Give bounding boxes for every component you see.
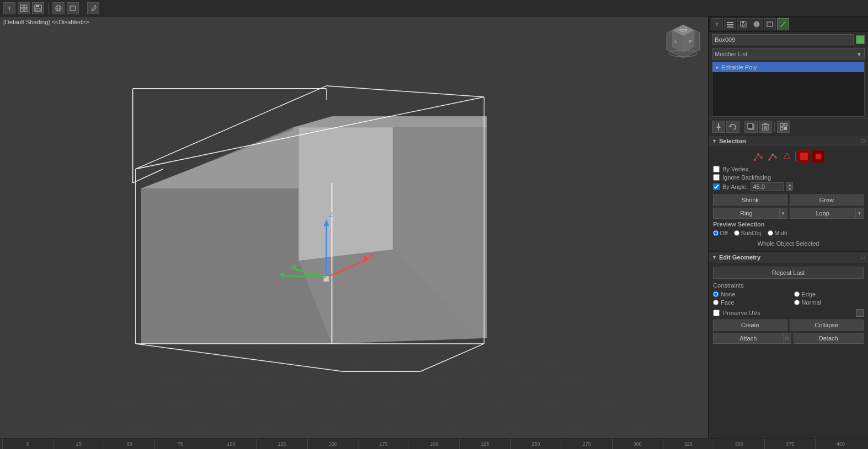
svg-marker-44 bbox=[299, 127, 393, 261]
plus-icon-panel[interactable]: + bbox=[711, 18, 723, 30]
sphere-icon[interactable] bbox=[52, 2, 65, 14]
preview-off-radio[interactable] bbox=[713, 230, 719, 236]
by-vertex-checkbox[interactable] bbox=[713, 166, 720, 172]
svg-rect-3 bbox=[24, 9, 27, 12]
attach-arrow-btn[interactable]: □ bbox=[784, 333, 791, 344]
wrench-icon[interactable] bbox=[87, 2, 99, 14]
nav-cube[interactable]: TOP L F bbox=[664, 22, 703, 61]
svg-point-108 bbox=[769, 159, 770, 161]
sphere-tab-icon[interactable] bbox=[751, 18, 763, 30]
preview-multi-radio[interactable] bbox=[768, 230, 773, 236]
constraint-edge-radio[interactable] bbox=[794, 291, 800, 297]
settings-icon-btn[interactable] bbox=[777, 121, 790, 133]
svg-text:TOP: TOP bbox=[679, 29, 688, 33]
ruler-mark-0: 0 bbox=[2, 439, 53, 449]
panel-tool-icons bbox=[709, 118, 868, 135]
svg-rect-0 bbox=[20, 5, 23, 8]
border-mode-btn[interactable] bbox=[781, 150, 793, 163]
shrink-grow-row: Shrink Grow bbox=[713, 194, 864, 205]
repeat-last-btn[interactable]: Repeat Last bbox=[713, 267, 864, 279]
loop-btn[interactable]: Loop bbox=[790, 208, 856, 219]
poly-mode-btn[interactable] bbox=[798, 150, 810, 163]
svg-rect-78 bbox=[727, 22, 733, 23]
rect-tab-icon[interactable] bbox=[764, 18, 776, 30]
preview-subobj-option: SubObj bbox=[734, 230, 761, 236]
selection-section-header[interactable]: ▼ Selection □ bbox=[709, 135, 868, 147]
collapse-btn[interactable]: Collapse bbox=[790, 320, 864, 331]
ignore-backfacing-checkbox[interactable] bbox=[713, 174, 720, 181]
save-tab-icon[interactable] bbox=[737, 18, 749, 30]
edge-mode-btn[interactable] bbox=[767, 150, 779, 163]
ruler-mark-150: 150 bbox=[307, 439, 358, 449]
ruler-mark-400: 400 bbox=[815, 439, 866, 449]
svg-text:F: F bbox=[689, 40, 692, 44]
angle-down-btn[interactable]: ▼ bbox=[786, 187, 793, 191]
save-icon[interactable] bbox=[32, 2, 44, 14]
angle-up-btn[interactable]: ▲ bbox=[786, 182, 793, 187]
loop-arrow-btn[interactable]: ▼ bbox=[856, 208, 864, 219]
constraint-face-radio[interactable] bbox=[713, 300, 719, 305]
preview-subobj-radio[interactable] bbox=[734, 230, 740, 236]
undo-icon-btn[interactable] bbox=[726, 121, 740, 133]
selection-modes-row bbox=[713, 150, 864, 163]
svg-text:X: X bbox=[369, 252, 374, 259]
main-content: [Default Shading] <<Disabled>> bbox=[0, 17, 868, 438]
by-angle-row: By Angle: ▲ ▼ bbox=[713, 182, 864, 191]
delete-icon-btn[interactable] bbox=[759, 121, 772, 133]
svg-point-109 bbox=[772, 154, 774, 155]
create-collapse-row: Create Collapse bbox=[713, 320, 864, 331]
preserve-uvs-checkbox[interactable] bbox=[713, 310, 720, 316]
object-name-row bbox=[709, 32, 868, 47]
constraint-face-option: Face bbox=[713, 299, 783, 306]
ruler-mark-375: 375 bbox=[764, 439, 815, 449]
view-tab-icon[interactable] bbox=[724, 18, 736, 30]
svg-point-103 bbox=[754, 159, 756, 161]
shrink-btn[interactable]: Shrink bbox=[713, 194, 787, 205]
ring-btn[interactable]: Ring bbox=[713, 208, 780, 219]
ruler-mark-200: 200 bbox=[409, 439, 459, 449]
object-color-swatch[interactable] bbox=[856, 35, 865, 44]
wrench-tab-icon[interactable] bbox=[777, 18, 789, 30]
object-name-input[interactable] bbox=[712, 34, 854, 45]
by-angle-checkbox[interactable] bbox=[713, 183, 720, 190]
view-icon[interactable] bbox=[18, 2, 30, 14]
svg-text:L: L bbox=[675, 40, 677, 44]
svg-rect-1 bbox=[24, 5, 27, 8]
ring-loop-row: Ring ▼ Loop ▼ bbox=[713, 208, 864, 219]
preview-subobj-label: SubObj bbox=[741, 230, 761, 236]
preview-multi-label: Multi bbox=[774, 230, 787, 236]
toolbar-separator-1 bbox=[48, 3, 49, 14]
create-btn[interactable]: Create bbox=[713, 320, 787, 331]
vertex-mode-btn[interactable] bbox=[752, 150, 764, 163]
selection-collapse-icon: ▼ bbox=[712, 138, 717, 144]
svg-line-106 bbox=[769, 154, 773, 160]
constraints-grid: None Edge Face Normal bbox=[713, 291, 864, 306]
rect-icon[interactable] bbox=[67, 2, 79, 14]
grow-btn[interactable]: Grow bbox=[790, 194, 864, 205]
svg-rect-86 bbox=[767, 22, 773, 26]
sel-mode-sep bbox=[795, 152, 796, 161]
svg-rect-80 bbox=[727, 26, 733, 28]
constraint-normal-radio[interactable] bbox=[794, 300, 800, 305]
selection-pin-icon: □ bbox=[862, 138, 865, 144]
modifier-list-row: Modifier List ▼ bbox=[709, 47, 868, 61]
ruler-mark-325: 325 bbox=[663, 439, 714, 449]
pin-icon-btn[interactable] bbox=[712, 121, 725, 133]
element-mode-btn[interactable] bbox=[812, 150, 824, 163]
edit-geometry-section-header[interactable]: ▼ Edit Geometry □ bbox=[709, 251, 868, 263]
modifier-list-dropdown[interactable]: Modifier List ▼ bbox=[712, 48, 865, 59]
ring-arrow-btn[interactable]: ▼ bbox=[780, 208, 787, 219]
plus-icon[interactable]: + bbox=[3, 2, 15, 14]
viewport-3d[interactable]: [Default Shading] <<Disabled>> bbox=[0, 17, 708, 438]
modifier-item-editable-poly[interactable]: ▶ Editable Poly bbox=[712, 62, 864, 72]
constraint-none-radio[interactable] bbox=[713, 291, 719, 297]
by-vertex-label: By Vertex bbox=[722, 166, 748, 172]
preserve-uvs-settings-icon[interactable] bbox=[856, 309, 864, 317]
svg-rect-112 bbox=[800, 153, 808, 160]
detach-btn[interactable]: Detach bbox=[794, 333, 864, 344]
svg-rect-114 bbox=[816, 154, 821, 159]
copy-icon-btn[interactable] bbox=[744, 121, 758, 133]
constraint-none-option: None bbox=[713, 291, 783, 297]
angle-value-input[interactable] bbox=[751, 182, 784, 191]
attach-btn[interactable]: Attach bbox=[713, 333, 784, 344]
